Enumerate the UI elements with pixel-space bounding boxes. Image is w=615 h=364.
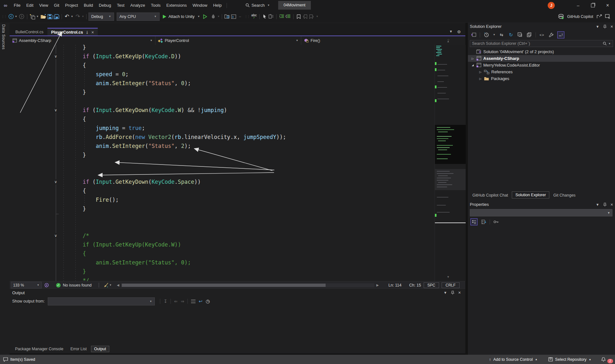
solution-explorer-header[interactable]: Solution Explorer ▼ × <box>468 22 615 30</box>
code-line[interactable] <box>56 222 286 231</box>
solution-platform-combo[interactable]: Any CPU▼ <box>117 12 160 21</box>
code-line[interactable]: } <box>56 267 286 276</box>
search-dropdown-icon[interactable]: ▼ <box>267 4 270 7</box>
bottom-tab-output[interactable]: Output <box>91 346 110 352</box>
fold-collapse-icon[interactable]: ∨ <box>53 54 58 59</box>
attach-to-unity-button[interactable]: Attach to Unity ▼ <box>163 13 200 20</box>
tab-settings-gear-icon[interactable]: ⚙ <box>457 29 461 34</box>
code-line[interactable]: } <box>56 88 286 97</box>
zoom-combo[interactable]: 133 %▼ <box>11 282 42 288</box>
hscroll-left-icon[interactable]: ◀ <box>117 283 120 287</box>
member-dropdown[interactable]: Fire() <box>301 36 435 45</box>
code-line[interactable]: if (Input.GetKeyDown(KeyCode.Space)) <box>56 177 286 186</box>
send-feedback-icon[interactable] <box>605 14 611 19</box>
minimize-button[interactable]: – <box>571 0 586 11</box>
code-line[interactable]: } <box>56 150 286 159</box>
chevron-collapsed-icon[interactable]: ▷ <box>471 57 474 60</box>
solution-configuration-combo[interactable]: Debug▼ <box>88 12 114 21</box>
code-line[interactable]: Fire(); <box>56 195 286 204</box>
spaces-indicator[interactable]: SPC <box>424 282 439 288</box>
notifications-bell[interactable]: 2 <box>598 355 615 364</box>
menu-help[interactable]: Help <box>210 0 225 11</box>
code-line[interactable] <box>56 97 286 106</box>
hscroll-right-icon[interactable]: ▶ <box>376 283 379 287</box>
tree-item-references[interactable]: ▷References <box>468 69 615 75</box>
bottom-tab-error-list[interactable]: Error List <box>68 346 90 352</box>
code-line[interactable]: if (Input.GetKeyUp(KeyCode.D)) <box>56 52 286 61</box>
chevron-expanded-icon[interactable]: ◢ <box>471 64 474 67</box>
selection-cursor-button[interactable] <box>262 13 268 20</box>
new-project-button[interactable] <box>29 13 36 20</box>
chevron-collapsed-icon[interactable]: ▷ <box>479 77 482 80</box>
code-line[interactable]: if (Input.GetKeyDown(KeyCode.W) && !jump… <box>56 106 286 115</box>
code-line[interactable] <box>56 213 286 222</box>
navigate-back-button[interactable] <box>8 13 14 20</box>
bookmark-toggle-button[interactable] <box>295 13 302 20</box>
toolbar-grip[interactable]: ⋮⋮ <box>245 15 250 18</box>
column-indicator[interactable]: Ch: 15 <box>409 283 421 287</box>
line-ending-indicator[interactable]: CRLF <box>442 282 459 288</box>
search-options-dropdown-icon[interactable]: ▼ <box>608 42 611 45</box>
menu-project[interactable]: Project <box>62 0 81 11</box>
save-all-button[interactable] <box>53 13 60 20</box>
panel-tab-git-changes[interactable]: Git Changes <box>550 192 578 198</box>
menu-test[interactable]: Test <box>114 0 128 11</box>
horizontal-scrollbar[interactable] <box>121 283 374 287</box>
decrease-indent-button[interactable] <box>278 13 285 20</box>
horizontal-scrollbar-thumb[interactable] <box>122 284 326 287</box>
redo-button[interactable]: ↷ <box>75 13 81 20</box>
select-repository-button[interactable]: Select Repository ▲ <box>545 357 594 362</box>
word-wrap-icon[interactable]: ↩ <box>199 299 203 304</box>
solution-explorer-search[interactable]: Search Solution Explorer (Ctrl+`) ▼ <box>470 40 613 47</box>
code-text[interactable]: } if (Input.GetKeyUp(KeyCode.D)) { speed… <box>56 43 286 285</box>
categorized-icon[interactable] <box>470 218 478 225</box>
redo-dropdown-icon[interactable]: ▼ <box>82 15 84 18</box>
property-pages-key-icon[interactable] <box>493 219 499 225</box>
chevron-collapsed-icon[interactable]: ▷ <box>479 70 482 74</box>
menu-tools[interactable]: Tools <box>148 0 163 11</box>
menu-view[interactable]: View <box>36 0 51 11</box>
close-icon[interactable]: × <box>611 24 613 29</box>
show-all-files-icon[interactable] <box>526 32 533 38</box>
close-icon[interactable]: × <box>611 202 613 207</box>
bookmark-more-icon[interactable]: ▼ <box>316 15 319 18</box>
clear-all-icon[interactable] <box>191 300 195 303</box>
properties-object-combo[interactable]: ▼ <box>470 209 612 216</box>
code-cleanup-dropdown-icon[interactable]: ▼ <box>109 284 112 287</box>
bottom-tab-package-manager-console[interactable]: Package Manager Console <box>12 346 66 352</box>
new-project-dropdown-icon[interactable]: ▼ <box>36 15 39 18</box>
properties-wrench-icon[interactable] <box>548 32 554 38</box>
fold-collapse-icon[interactable]: ∨ <box>53 108 58 113</box>
intellicode-icon[interactable] <box>44 283 49 287</box>
output-source-combo[interactable]: ▼ <box>48 297 155 305</box>
panel-tab-solution-explorer[interactable]: Solution Explorer <box>512 191 549 198</box>
tab-list-dropdown-icon[interactable]: ▼ <box>449 29 453 34</box>
restore-button[interactable] <box>586 0 600 11</box>
sync-with-active-document-icon[interactable]: ⇆ <box>498 32 505 38</box>
menu-build[interactable]: Build <box>81 0 96 11</box>
menu-git[interactable]: Git <box>51 0 62 11</box>
undo-button[interactable]: ↶ <box>64 13 70 20</box>
menu-edit[interactable]: Edit <box>23 0 36 11</box>
close-button[interactable]: × <box>600 0 615 11</box>
comment-selection-button[interactable] <box>285 13 291 20</box>
bookmark-next-button[interactable] <box>308 13 315 20</box>
immediate-window-button[interactable] <box>230 13 237 20</box>
close-icon[interactable]: × <box>458 290 461 295</box>
code-line[interactable]: rb.AddForce(new Vector2(rb.linearVelocit… <box>56 133 286 142</box>
health-message[interactable]: No issues found <box>63 283 92 287</box>
collapse-all-icon[interactable] <box>517 32 523 38</box>
search-control[interactable]: Search ▼ <box>245 3 270 8</box>
code-line[interactable]: /* <box>56 231 286 240</box>
toolbar-grip[interactable]: ⋮⋮ <box>1 15 6 18</box>
menu-window[interactable]: Window <box>190 0 210 11</box>
scroll-up-icon[interactable]: ▲ <box>447 40 450 43</box>
attach-dropdown-icon[interactable]: ▼ <box>197 15 200 18</box>
previous-message-icon[interactable]: ⇐ <box>174 299 178 304</box>
line-indicator[interactable]: Ln: 114 <box>388 283 402 287</box>
code-line[interactable]: { <box>56 186 286 195</box>
search-icon[interactable] <box>603 42 607 45</box>
tab-playercontrol-cs[interactable]: PlayerControl.cs⊸× <box>47 28 98 36</box>
preview-selected-items-icon[interactable] <box>557 31 564 38</box>
refresh-icon[interactable]: ↻ <box>508 32 514 38</box>
